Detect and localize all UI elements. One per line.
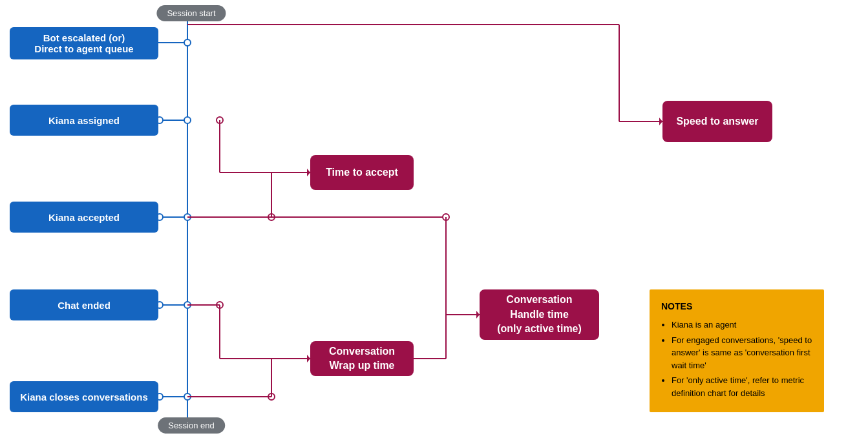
notes-box: NOTES Kiana is an agent For engaged conv… (650, 289, 824, 412)
svg-point-7 (184, 214, 191, 220)
svg-point-2 (184, 39, 191, 46)
notes-item-3: For 'only active time', refer to metric … (672, 374, 812, 399)
svg-point-13 (184, 393, 191, 400)
conversation-wrap-up-box: Conversation Wrap up time (310, 341, 414, 376)
diagram-container: Session start Session end Bot escalated … (0, 0, 868, 440)
svg-point-33 (268, 393, 275, 400)
bot-escalated-box: Bot escalated (or) Direct to agent queue (10, 27, 158, 59)
svg-point-4 (184, 117, 191, 123)
chat-ended-box: Chat ended (10, 289, 158, 320)
svg-point-26 (443, 214, 449, 220)
conversation-handle-time-box: Conversation Handle time (only active ti… (480, 289, 599, 340)
svg-point-29 (217, 302, 223, 308)
notes-list: Kiana is an agent For engaged conversati… (661, 319, 812, 399)
kiana-closes-box: Kiana closes conversations (10, 381, 158, 412)
notes-item-2: For engaged conversations, 'speed to ans… (672, 334, 812, 372)
notes-title: NOTES (661, 300, 812, 313)
kiana-assigned-box: Kiana assigned (10, 105, 158, 136)
time-to-accept-box: Time to accept (310, 155, 414, 190)
speed-to-answer-box: Speed to answer (662, 101, 772, 142)
svg-point-22 (268, 214, 275, 220)
session-end-pill: Session end (158, 417, 225, 434)
svg-point-10 (184, 302, 191, 308)
notes-item-1: Kiana is an agent (672, 319, 812, 331)
svg-point-18 (217, 117, 223, 123)
session-start-pill: Session start (156, 5, 226, 21)
kiana-accepted-box: Kiana accepted (10, 202, 158, 233)
